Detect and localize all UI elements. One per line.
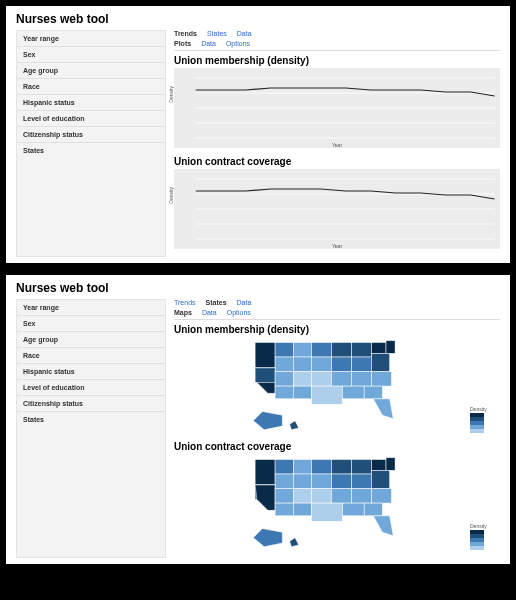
tab-states[interactable]: States	[206, 299, 227, 306]
svg-rect-18	[275, 357, 293, 372]
svg-rect-62	[275, 503, 293, 516]
svg-rect-46	[372, 459, 387, 470]
subtab-data[interactable]: Data	[202, 309, 217, 316]
legend-swatch	[470, 546, 484, 550]
subtab-maps[interactable]: Maps	[174, 309, 192, 316]
map-membership: Density	[174, 337, 500, 437]
subtab-data[interactable]: Data	[201, 40, 216, 47]
tab-data[interactable]: Data	[237, 299, 252, 306]
map-legend: Density	[470, 523, 500, 550]
svg-rect-11	[275, 342, 293, 357]
app-title: Nurses web tool	[16, 12, 500, 26]
svg-rect-36	[364, 386, 382, 399]
svg-rect-65	[342, 503, 364, 516]
us-map-icon	[246, 454, 428, 554]
subtab-plots[interactable]: Plots	[174, 40, 191, 47]
sidebar-item-states[interactable]: States	[17, 143, 165, 158]
svg-rect-48	[275, 474, 293, 489]
svg-rect-63	[293, 503, 311, 516]
svg-rect-60	[352, 489, 372, 504]
tab-data[interactable]: Data	[237, 30, 252, 37]
top-tabs: Trends States Data	[174, 299, 500, 306]
chart-membership: Density Year	[174, 68, 500, 148]
sidebar-item-year-range[interactable]: Year range	[17, 31, 165, 47]
svg-rect-50	[312, 474, 332, 489]
map-title-coverage: Union contract coverage	[174, 441, 500, 452]
legend-label: Density	[470, 523, 500, 529]
main-content: Trends States Data Maps Data Options Uni…	[174, 299, 500, 558]
svg-rect-52	[352, 474, 372, 489]
sidebar-item-year-range[interactable]: Year range	[17, 300, 165, 316]
sidebar-item-hispanic-status[interactable]: Hispanic status	[17, 95, 165, 111]
sidebar-item-label: Year range	[23, 35, 59, 42]
svg-rect-15	[352, 342, 372, 357]
sidebar-item-race[interactable]: Race	[17, 348, 165, 364]
sidebar-item-label: States	[23, 416, 44, 423]
sidebar-item-age-group[interactable]: Age group	[17, 63, 165, 79]
top-tabs: Trends States Data	[174, 30, 500, 37]
sidebar-item-label: Hispanic status	[23, 99, 75, 106]
svg-marker-67	[373, 516, 393, 536]
svg-rect-13	[312, 342, 332, 357]
sidebar-item-level-of-education[interactable]: Level of education	[17, 111, 165, 127]
svg-rect-26	[275, 372, 293, 387]
svg-marker-55	[255, 485, 275, 510]
svg-rect-17	[386, 341, 395, 354]
tab-states[interactable]: States	[207, 30, 227, 37]
legend-label: Density	[470, 406, 500, 412]
svg-rect-43	[312, 459, 332, 474]
svg-marker-68	[253, 529, 282, 547]
tab-trends[interactable]: Trends	[174, 30, 197, 37]
sidebar-item-race[interactable]: Race	[17, 79, 165, 95]
sidebar-item-label: Race	[23, 352, 40, 359]
subtab-options[interactable]: Options	[227, 309, 251, 316]
sidebar-item-citizenship-status[interactable]: Citizenship status	[17, 396, 165, 412]
subtab-options[interactable]: Options	[226, 40, 250, 47]
legend-swatch	[470, 429, 484, 433]
svg-rect-14	[332, 342, 352, 357]
svg-rect-10	[255, 342, 275, 367]
svg-marker-69	[290, 538, 299, 547]
svg-rect-22	[352, 357, 372, 372]
svg-rect-34	[312, 386, 343, 404]
app-title: Nurses web tool	[16, 281, 500, 295]
main-content: Trends States Data Plots Data Options Un…	[174, 30, 500, 257]
svg-rect-20	[312, 357, 332, 372]
svg-rect-49	[293, 474, 311, 489]
svg-rect-58	[312, 489, 332, 504]
trends-view-panel: Nurses web tool Year range Sex Age group…	[4, 4, 512, 265]
svg-rect-23	[372, 353, 390, 371]
sidebar-item-age-group[interactable]: Age group	[17, 332, 165, 348]
sidebar-item-label: Age group	[23, 67, 58, 74]
map-legend: Density	[470, 406, 500, 433]
svg-rect-45	[352, 459, 372, 474]
svg-rect-64	[312, 503, 343, 521]
svg-rect-32	[275, 386, 293, 399]
map-coverage: Density	[174, 454, 500, 554]
svg-rect-44	[332, 459, 352, 474]
states-subtabs: Maps Data Options	[174, 309, 500, 320]
tab-trends[interactable]: Trends	[174, 299, 196, 306]
sidebar-item-label: Year range	[23, 304, 59, 311]
svg-rect-33	[293, 386, 311, 399]
svg-rect-35	[342, 386, 364, 399]
svg-rect-16	[372, 342, 387, 353]
svg-rect-28	[312, 372, 332, 387]
svg-rect-59	[332, 489, 352, 504]
sidebar-item-label: Level of education	[23, 384, 84, 391]
sidebar-item-level-of-education[interactable]: Level of education	[17, 380, 165, 396]
svg-rect-47	[386, 458, 395, 471]
svg-marker-39	[290, 421, 299, 430]
sidebar-item-hispanic-status[interactable]: Hispanic status	[17, 364, 165, 380]
sidebar-item-label: Race	[23, 83, 40, 90]
svg-rect-40	[255, 459, 275, 484]
filter-sidebar: Year range Sex Age group Race Hispanic s…	[16, 299, 166, 558]
sidebar-item-sex[interactable]: Sex	[17, 47, 165, 63]
sidebar-item-states[interactable]: States	[17, 412, 165, 427]
sidebar-item-sex[interactable]: Sex	[17, 316, 165, 332]
svg-rect-31	[372, 372, 392, 387]
sidebar-item-citizenship-status[interactable]: Citizenship status	[17, 127, 165, 143]
svg-rect-53	[372, 470, 390, 488]
line-membership	[196, 88, 495, 96]
svg-rect-25	[255, 368, 275, 383]
